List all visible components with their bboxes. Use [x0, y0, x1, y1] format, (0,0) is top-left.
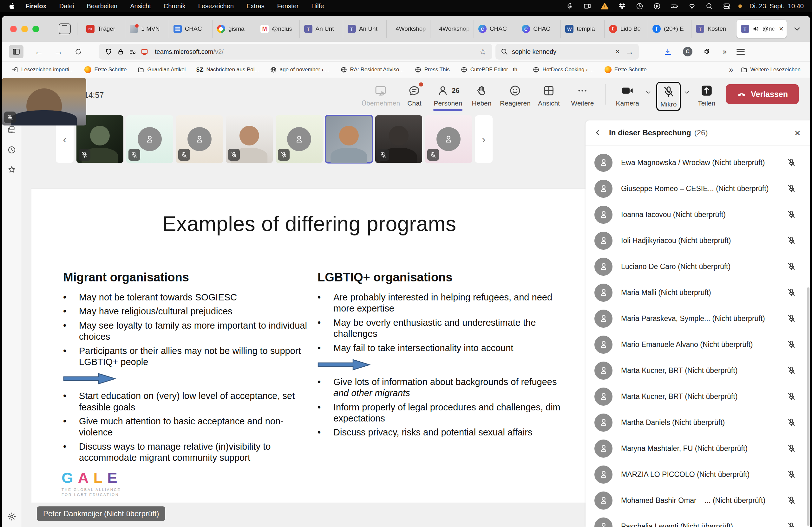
- bookmark-item[interactable]: HotDocs Cooking › ...: [533, 66, 594, 73]
- list-all-tabs-chevron-icon[interactable]: [792, 24, 802, 34]
- shield-icon[interactable]: [105, 48, 113, 56]
- synced-tabs-icon[interactable]: [7, 125, 16, 134]
- extensions-icon[interactable]: [703, 47, 712, 56]
- firefox-view-icon[interactable]: [59, 24, 71, 34]
- more-bookmarks-folder[interactable]: Weitere Lesezeichen: [741, 66, 801, 73]
- maximize-window-button[interactable]: [32, 26, 39, 32]
- browser-tab[interactable]: 1 MVN: [125, 20, 169, 38]
- container-c-icon[interactable]: C: [683, 47, 693, 56]
- settings-gear-icon[interactable]: [7, 512, 16, 521]
- video-tile-speaker[interactable]: [325, 115, 372, 163]
- back-chevron-icon[interactable]: [594, 129, 602, 137]
- muted-mic-icon[interactable]: [787, 262, 796, 271]
- chat-button[interactable]: Chat: [398, 82, 430, 107]
- browser-tab[interactable]: Wtempla: [561, 20, 604, 38]
- control-center-icon[interactable]: [723, 2, 731, 10]
- window-controls[interactable]: [10, 26, 39, 32]
- muted-mic-icon[interactable]: [787, 236, 796, 245]
- browser-tab[interactable]: CHAC: [169, 20, 213, 38]
- browser-tab[interactable]: TAn Unt: [343, 20, 387, 38]
- minimize-window-button[interactable]: [21, 26, 28, 32]
- stage-video-tile[interactable]: [2, 78, 86, 125]
- mikro-button[interactable]: Mikro: [656, 82, 695, 111]
- menu-ansicht[interactable]: Ansicht: [130, 2, 151, 10]
- microphone-icon[interactable]: [566, 2, 574, 10]
- apple-menu[interactable]: [8, 2, 15, 10]
- bookmarks-star-icon[interactable]: [7, 165, 16, 174]
- active-tab[interactable]: T @nc×: [737, 20, 787, 38]
- overflow-menu-icon[interactable]: »: [723, 47, 726, 56]
- wifi-icon[interactable]: [688, 2, 696, 10]
- avatar-tile-pink[interactable]: [425, 115, 472, 163]
- browser-tab[interactable]: 4Workshop: [431, 20, 474, 38]
- video-tile-dim-room[interactable]: [375, 115, 422, 163]
- menubar-clock[interactable]: Di. 23. Sept. 10:40: [750, 2, 804, 10]
- ansicht-button[interactable]: Ansicht: [533, 82, 565, 107]
- teilen-button[interactable]: Teilen: [695, 82, 719, 109]
- spotlight-icon[interactable]: [706, 2, 713, 10]
- leave-button[interactable]: Verlassen: [726, 84, 799, 104]
- participant-row[interactable]: Marta Kucner, BRT (Nicht überprüft): [585, 358, 807, 383]
- url-bar[interactable]: teams.microsoft.com/v2/ ☆: [99, 44, 492, 60]
- participant-row[interactable]: Ioli Hadjikyriacou (Nicht überprüft): [585, 227, 807, 254]
- chevron-down-icon[interactable]: [645, 89, 652, 96]
- menu-fenster[interactable]: Fenster: [277, 2, 299, 10]
- tab-audio-icon[interactable]: [752, 25, 759, 32]
- avatar-tile-mint[interactable]: [126, 115, 173, 163]
- menu-hilfe[interactable]: Hilfe: [311, 2, 324, 10]
- history-icon[interactable]: [7, 145, 16, 155]
- muted-mic-icon[interactable]: [787, 470, 796, 479]
- menu-bearbeiten[interactable]: Bearbeiten: [87, 2, 117, 10]
- muted-mic-icon[interactable]: [787, 444, 796, 453]
- menu-lesezeichen[interactable]: Lesezeichen: [198, 2, 234, 10]
- bookmark-item[interactable]: CutePDF Editor - th...: [461, 66, 522, 73]
- browser-tab[interactable]: CCHAC: [474, 20, 517, 38]
- participant-row[interactable]: Maryna Mashtaler, FU (Nicht überprüft): [585, 435, 807, 462]
- lock-icon[interactable]: [117, 48, 124, 56]
- browser-tab[interactable]: M@nclus: [256, 20, 300, 38]
- bookmark-star-icon[interactable]: ☆: [479, 47, 487, 57]
- close-tab-icon[interactable]: ×: [779, 25, 783, 33]
- screenshare-indicator-icon[interactable]: [141, 48, 148, 56]
- bookmark-item[interactable]: Press This: [415, 66, 450, 73]
- participant-row[interactable]: Maria Malli (Nicht überprüft): [585, 280, 807, 305]
- avatar-tile-sage[interactable]: [276, 115, 322, 163]
- avatar-tile-beige[interactable]: [176, 115, 223, 163]
- close-window-button[interactable]: [10, 26, 17, 32]
- bookmarks-overflow-icon[interactable]: »: [729, 65, 732, 74]
- participant-row[interactable]: Maria Paraskeva, Symple... (Nicht überpr…: [585, 305, 807, 331]
- screen-mirroring-icon[interactable]: [583, 2, 591, 10]
- participant-row[interactable]: Paschalia Leventi (Nicht überprüft): [585, 513, 807, 527]
- bookmark-item[interactable]: Lesezeichen importi...: [11, 66, 74, 73]
- chevron-down-icon[interactable]: [683, 89, 690, 96]
- bookmark-item[interactable]: Erste Schritte: [605, 66, 647, 73]
- muted-mic-icon[interactable]: [787, 418, 796, 427]
- browser-tab[interactable]: LLido Be: [605, 20, 648, 38]
- browser-tab[interactable]: TKosten: [692, 20, 735, 38]
- personen-button[interactable]: 26Personen: [432, 82, 464, 107]
- muted-mic-icon[interactable]: [787, 522, 796, 527]
- play-icon[interactable]: [653, 2, 661, 10]
- close-panel-icon[interactable]: ×: [794, 127, 801, 139]
- muted-mic-icon[interactable]: [787, 392, 796, 401]
- participant-row[interactable]: Luciano De Caro (Nicht überprüft): [585, 254, 807, 280]
- muted-mic-icon[interactable]: [787, 496, 796, 505]
- bookmark-item[interactable]: Guardian Artikel: [137, 66, 186, 73]
- browser-tab[interactable]: gisma: [213, 20, 256, 38]
- bookmark-item[interactable]: RA: Resident Adviso...: [340, 66, 404, 73]
- filmstrip-next-button[interactable]: ›: [475, 115, 493, 163]
- menu-datei[interactable]: Datei: [59, 2, 74, 10]
- participant-row[interactable]: Marta Kucner, BRT (Nicht überprüft): [585, 383, 807, 409]
- menu-firefox[interactable]: Firefox: [25, 2, 47, 10]
- search-input[interactable]: sophie kennedy: [512, 48, 611, 56]
- panel-scrollbar[interactable]: [807, 287, 810, 526]
- reload-button[interactable]: [74, 47, 83, 56]
- weitere-button[interactable]: Weitere: [566, 82, 598, 107]
- bookmark-item[interactable]: Erste Schritte: [84, 66, 127, 73]
- browser-tab[interactable]: CCHAC: [517, 20, 561, 38]
- browser-tab[interactable]: 4Workshop: [387, 20, 430, 38]
- heben-button[interactable]: Heben: [466, 82, 497, 107]
- participant-row[interactable]: Ioanna Iacovou (Nicht überprüft): [585, 201, 807, 227]
- url-text[interactable]: teams.microsoft.com/v2/: [155, 48, 223, 56]
- sidebar-toggle-button[interactable]: [9, 45, 24, 58]
